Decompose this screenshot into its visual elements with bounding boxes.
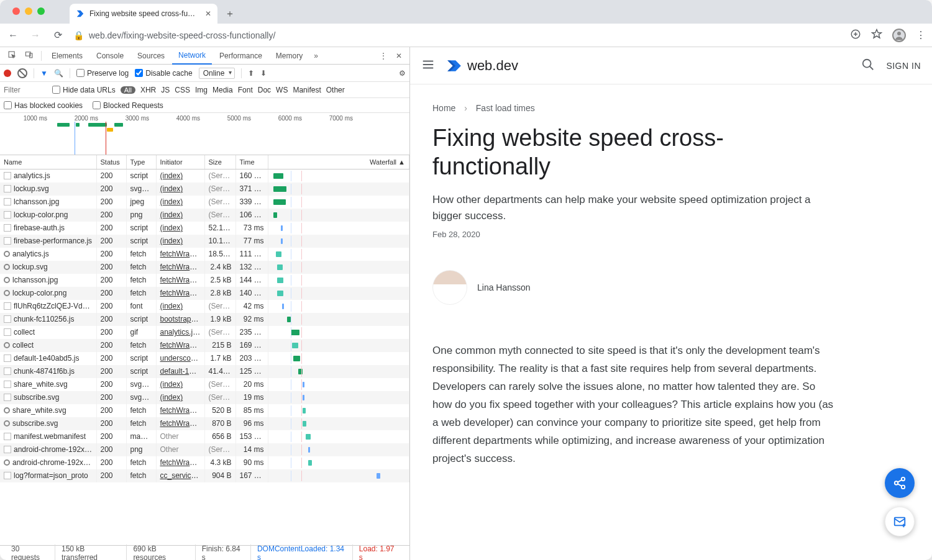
type-filter-xhr[interactable]: XHR [140, 86, 156, 94]
col-size[interactable]: Size [204, 155, 235, 169]
svg-point-1 [897, 32, 901, 35]
table-row[interactable]: subscribe.svg200svg+…(index)(Servi…19 ms [0, 391, 409, 404]
author-block: Lina Hansson [432, 270, 835, 305]
url-text: web.dev/fixing-website-speed-cross-funct… [89, 30, 275, 40]
install-icon[interactable] [850, 29, 861, 42]
blocked-requests-checkbox[interactable]: Blocked Requests [93, 101, 163, 110]
table-row[interactable]: chunk-fc110256.js200scriptbootstrap.js:1… [0, 313, 409, 326]
table-row[interactable]: share_white.svg200svg+…(index)(Servi…20 … [0, 378, 409, 391]
type-filter-img[interactable]: Img [195, 86, 208, 94]
address-bar[interactable]: 🔒 web.dev/fixing-website-speed-cross-fun… [73, 30, 841, 40]
table-row[interactable]: android-chrome-192x…200fetchfetchWrapp…4… [0, 456, 409, 469]
type-filter-all[interactable]: All [121, 86, 135, 94]
type-filter-font[interactable]: Font [238, 86, 253, 94]
status-requests: 30 requests [5, 544, 55, 561]
forward-button[interactable]: → [29, 30, 42, 41]
kebab-menu-icon[interactable]: ⋮ [916, 29, 926, 41]
col-type[interactable]: Type [126, 155, 156, 169]
table-row[interactable]: analytics.js200fetchfetchWrapp…18.5 kB11… [0, 248, 409, 261]
back-button[interactable]: ← [6, 30, 20, 41]
breadcrumb-section[interactable]: Fast load times [476, 103, 535, 113]
table-row[interactable]: firebase-performance.js200script(index)1… [0, 235, 409, 248]
new-tab-button[interactable]: ＋ [221, 5, 239, 22]
table-row[interactable]: flUhRq6tzZclQEJ-Vdg-Iui…200font(index)(S… [0, 300, 409, 313]
hide-data-urls-checkbox[interactable]: Hide data URLs [52, 86, 116, 94]
search-icon[interactable]: 🔍 [54, 69, 63, 78]
table-row[interactable]: lockup-color.png200fetchfetchWrapp…2.8 k… [0, 287, 409, 300]
logo[interactable]: web.dev [446, 58, 518, 74]
table-row[interactable]: share_white.svg200fetchfetchWrapp…520 B8… [0, 404, 409, 417]
more-tabs-icon[interactable]: » [310, 52, 322, 60]
browser-tab[interactable]: Fixing website speed cross-fu… ✕ [70, 4, 217, 24]
close-tab-icon[interactable]: ✕ [205, 9, 211, 18]
tab-console[interactable]: Console [90, 47, 130, 65]
type-filter-js[interactable]: JS [161, 86, 170, 94]
table-row[interactable]: firebase-auth.js200script(index)52.1 kB7… [0, 222, 409, 235]
blocked-cookies-checkbox[interactable]: Has blocked cookies [4, 101, 83, 110]
settings-icon[interactable]: ⚙ [399, 69, 406, 78]
table-row[interactable]: collect200fetchfetchWrapp…215 B169 ms [0, 339, 409, 352]
minimize-window-button[interactable] [25, 7, 32, 15]
table-row[interactable]: lchansson.jpg200jpeg(index)(Servi…339 ms [0, 196, 409, 209]
filter-input[interactable] [4, 86, 47, 94]
tab-performance[interactable]: Performance [213, 47, 268, 65]
tab-sources[interactable]: Sources [131, 47, 171, 65]
signin-button[interactable]: SIGN IN [886, 61, 921, 71]
col-initiator[interactable]: Initiator [156, 155, 204, 169]
subscribe-fab[interactable] [885, 507, 915, 536]
device-toggle-icon[interactable] [21, 50, 37, 61]
profile-icon[interactable] [892, 29, 906, 42]
type-filter-doc[interactable]: Doc [258, 86, 271, 94]
table-row[interactable]: lockup-color.png200png(index)(Servi…106 … [0, 209, 409, 222]
type-filter-css[interactable]: CSS [175, 86, 190, 94]
share-fab[interactable] [885, 468, 915, 498]
type-filter-manifest[interactable]: Manifest [293, 86, 321, 94]
record-button[interactable] [4, 70, 11, 77]
lock-icon: 🔒 [73, 30, 84, 40]
disable-cache-checkbox[interactable]: Disable cache [135, 69, 192, 78]
table-row[interactable]: lockup.svg200svg+…(index)(Servi…371 ms [0, 183, 409, 196]
maximize-window-button[interactable] [37, 7, 45, 15]
table-row[interactable]: analytics.js200script(index)(Servi…160 m… [0, 169, 409, 183]
upload-har-icon[interactable]: ⬆ [248, 69, 254, 78]
col-time[interactable]: Time [235, 155, 268, 169]
search-button[interactable] [861, 58, 875, 74]
type-filter-other[interactable]: Other [326, 86, 345, 94]
bookmark-icon[interactable] [871, 29, 882, 42]
type-filter-ws[interactable]: WS [276, 86, 288, 94]
table-row[interactable]: lchansson.jpg200fetchfetchWrapp…2.5 kB14… [0, 274, 409, 287]
menu-icon[interactable] [421, 58, 435, 74]
throttling-select[interactable]: Online [199, 68, 235, 79]
table-row[interactable]: log?format=json_proto200fetchcc_service.… [0, 469, 409, 482]
author-name[interactable]: Lina Hansson [477, 282, 531, 292]
clear-button[interactable] [17, 68, 27, 78]
tab-memory[interactable]: Memory [270, 47, 309, 65]
close-window-button[interactable] [12, 7, 20, 15]
reload-button[interactable]: ⟳ [51, 29, 65, 41]
network-table[interactable]: NameStatusTypeInitiatorSizeTimeWaterfall… [0, 155, 409, 545]
table-row[interactable]: lockup.svg200fetchfetchWrapp…2.4 kB132 m… [0, 261, 409, 274]
tab-elements[interactable]: Elements [45, 47, 89, 65]
col-waterfall[interactable]: Waterfall ▲ [268, 155, 409, 169]
devtools-kebab-icon[interactable]: ⋮ [376, 52, 391, 60]
table-row[interactable]: default-1e40abd5.js200scriptunderscore-…… [0, 352, 409, 365]
timeline-overview[interactable]: 1000 ms2000 ms3000 ms4000 ms5000 ms6000 … [0, 113, 409, 155]
preserve-log-checkbox[interactable]: Preserve log [76, 69, 129, 78]
devtools-close-icon[interactable]: ✕ [392, 52, 406, 60]
table-row[interactable]: manifest.webmanifest200manif…Other656 B1… [0, 430, 409, 443]
tab-network[interactable]: Network [172, 47, 212, 65]
filter-toggle-icon[interactable]: ▼ [40, 69, 48, 78]
table-row[interactable]: collect200gifanalytics.js:36(Servi…235 m… [0, 326, 409, 339]
favicon-icon [76, 9, 85, 18]
type-filter-media[interactable]: Media [212, 86, 233, 94]
svg-rect-4 [30, 53, 32, 58]
table-row[interactable]: chunk-48741f6b.js200scriptdefault-1e4…41… [0, 365, 409, 378]
status-bar: 30 requests 150 kB transferred 690 kB re… [0, 545, 409, 560]
col-status[interactable]: Status [96, 155, 126, 169]
breadcrumb-home[interactable]: Home [432, 103, 455, 113]
table-row[interactable]: subscribe.svg200fetchfetchWrapp…870 B96 … [0, 417, 409, 430]
inspect-icon[interactable] [4, 50, 20, 61]
download-har-icon[interactable]: ⬇ [260, 69, 267, 78]
col-name[interactable]: Name [0, 155, 96, 169]
table-row[interactable]: android-chrome-192x192.…200pngOther(Serv… [0, 443, 409, 456]
